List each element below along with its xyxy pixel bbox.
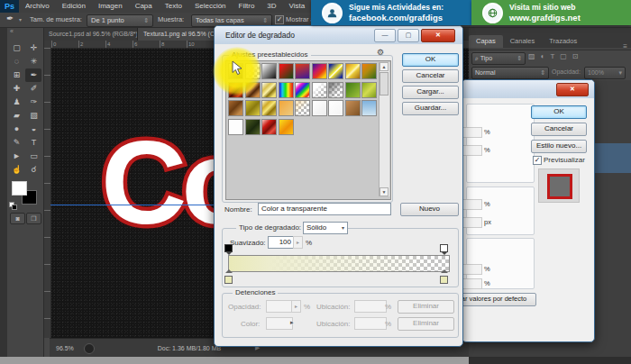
zoom-level[interactable]: 96.5% [56,345,74,351]
menu-item[interactable]: Imagen [92,0,129,13]
gradient-preset-swatch[interactable] [361,100,377,116]
menu-item[interactable]: 3D [261,0,282,13]
gradient-preset-swatch[interactable] [228,100,243,116]
foreground-color-swatch[interactable] [12,181,27,196]
layer-filter-icon[interactable]: T [550,52,554,60]
tool-icon[interactable]: ✑ [25,96,42,109]
tool-icon[interactable]: ☌ [25,163,42,177]
tool-icon[interactable]: ⊞ [8,68,25,82]
new-style-button[interactable]: Estilo nuevo... [531,140,587,153]
gradient-preset-swatch[interactable] [261,63,277,79]
show-sampling-ring-checkbox[interactable]: ✓ [275,15,284,24]
gradient-preset-swatch[interactable] [228,119,243,135]
blend-mode-dropdown[interactable]: Normal ⇕ [471,67,549,79]
tool-icon[interactable]: ✚ [8,82,25,96]
delete-color-stop-button[interactable]: Eliminar [398,317,454,331]
gradient-preset-swatch[interactable] [279,63,294,79]
layer-filter-icon[interactable]: ▨ [528,52,535,60]
tool-icon[interactable]: ✛ [25,41,42,55]
tool-icon[interactable]: ► [8,150,25,163]
eyedropper-options-icon[interactable]: ✒ [6,14,14,23]
opacity-stop-left[interactable] [224,244,233,252]
default-colors-icon[interactable] [9,202,18,209]
stop-color-field[interactable] [266,317,293,330]
menu-item[interactable]: Texto [159,0,188,13]
stop-opacity-field[interactable] [266,300,293,313]
presets-scrollbar[interactable]: ▲ ▼ [379,62,389,196]
gradient-preset-swatch[interactable] [279,100,294,116]
tool-icon[interactable]: ✎ [8,136,25,150]
tool-icon[interactable]: ▰ [8,109,25,123]
gradient-preset-swatch[interactable] [295,63,310,79]
quick-mask-button[interactable]: ◙ [10,213,25,224]
layer-filter-dropdown[interactable]: ⌕ Tipo ⇕ [471,52,526,65]
document-tab-source1[interactable]: Source1.psd al 96.5% (RGB/8*) × [43,27,138,41]
sample-size-dropdown[interactable]: De 1 punto⇕ [87,14,153,27]
gradient-preset-swatch[interactable] [261,82,277,98]
load-button[interactable]: Cargar... [402,86,459,99]
gradient-preset-swatch[interactable] [328,82,343,98]
layer-filter-icon[interactable]: ◐ [541,52,545,60]
opacity-dropdown[interactable]: 100%▾ [584,67,626,79]
gradient-preset-swatch[interactable] [261,100,277,116]
close-button[interactable]: ✕ [421,29,455,42]
tool-icon[interactable]: ✐ [25,82,42,96]
tab-canales[interactable]: Canales [503,35,543,48]
tool-icon[interactable]: ● [8,123,25,136]
reset-defaults-button[interactable]: ar valores por defecto [452,293,536,306]
scroll-down-icon[interactable]: ▼ [380,187,389,196]
tool-icon[interactable]: ▭ [25,150,42,163]
ok-button[interactable]: OK [402,53,459,67]
gradient-preset-swatch[interactable] [328,63,343,79]
save-button[interactable]: Guardar... [402,102,459,115]
gradient-preset-swatch[interactable] [295,100,310,116]
eyedropper-dropdown-arrow[interactable]: ▾ [19,16,22,23]
color-stop-right[interactable] [440,276,448,284]
tool-icon[interactable]: T [25,136,42,150]
website-banner[interactable]: Visita mi sitio web www.grafdigs.net [471,0,631,25]
gradient-preset-swatch[interactable] [261,119,277,135]
new-gradient-button[interactable]: Nuevo [400,203,459,216]
delete-opacity-stop-button[interactable]: Eliminar [398,300,454,314]
gradient-preset-swatch[interactable] [328,100,343,116]
gradient-preset-swatch[interactable] [361,63,377,79]
gear-icon[interactable]: ⚙ [377,48,384,57]
stop-location-field[interactable] [354,317,387,330]
menu-item[interactable]: Capa [129,0,159,13]
tool-icon[interactable]: ✳ [25,55,42,68]
scroll-thumb[interactable] [380,72,389,96]
cancel-button[interactable]: Cancelar [402,69,459,83]
stop-location-field[interactable] [354,300,387,313]
smoothness-popup-arrow[interactable]: ▸ [293,236,303,249]
selected-layer-row[interactable] [593,143,631,173]
scroll-up-icon[interactable]: ▲ [380,62,389,71]
menu-item[interactable]: Edición [56,0,92,13]
cancel-button[interactable]: Cancelar [531,123,587,136]
close-button[interactable]: ✕ [556,83,589,96]
menu-item[interactable]: Filtro [233,0,261,13]
facebook-banner[interactable]: Sigue mis Actividades en: facebook.com/g… [311,0,471,25]
ok-button[interactable]: OK [531,105,587,119]
minimize-button[interactable]: — [374,29,396,42]
tab-trazados[interactable]: Trazados [542,35,584,48]
tool-icon[interactable]: ▢ [8,41,25,55]
menu-item[interactable]: Selección [188,0,233,13]
tool-icon[interactable]: ◒ [25,123,42,136]
smoothness-field[interactable]: 100 [268,236,295,249]
gradient-preset-swatch[interactable] [245,100,261,116]
gradient-preset-swatch[interactable] [361,82,377,98]
stop-opacity-arrow[interactable]: ▸ [291,300,301,313]
preview-checkbox[interactable]: ✓ [533,156,542,165]
gradient-preset-swatch[interactable] [345,63,361,79]
menu-item[interactable]: Vista [283,0,312,13]
tool-icon[interactable]: ◌ [8,55,25,68]
gradient-preset-swatch[interactable] [279,82,294,98]
tool-icon[interactable]: ▧ [25,109,42,123]
gradient-preset-swatch[interactable] [345,82,361,98]
layer-filter-icon[interactable]: ⊡ [572,52,579,60]
gradient-name-input[interactable]: Color a transparente [258,203,391,215]
gradient-preset-swatch[interactable] [312,100,327,116]
tool-icon[interactable]: ♟ [8,96,25,109]
opacity-stop-right[interactable] [440,244,448,252]
color-stop-left[interactable] [224,276,233,284]
